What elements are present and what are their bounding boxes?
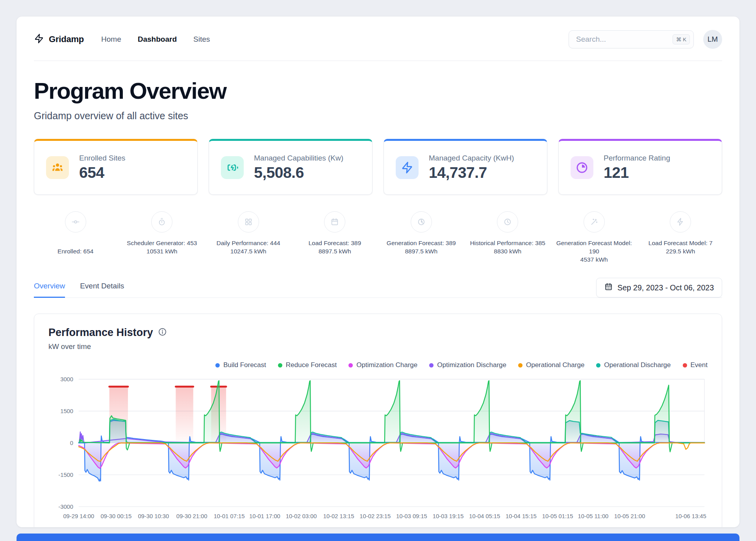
users-icon: [46, 156, 69, 179]
pie-icon: [411, 211, 432, 233]
page-subtitle: Gridamp overview of all active sites: [34, 110, 722, 122]
svg-text:09-30 10:30: 09-30 10:30: [138, 513, 169, 519]
svg-text:10-02 23:15: 10-02 23:15: [359, 513, 391, 519]
calendar-icon: [324, 211, 345, 233]
page: Gridamp Home Dashboard Sites ⌘ K LM Prog…: [0, 0, 756, 541]
metric-load-forecast: Load Forecast: 3898897.5 kWh: [293, 211, 377, 264]
svg-text:10-01 07:15: 10-01 07:15: [214, 513, 245, 519]
metric-generation-forecast-model: Generation Forecast Model: 1904537 kWh: [552, 211, 636, 264]
metric-line1: Daily Performance: 444: [207, 239, 290, 247]
stat-value: 121: [604, 164, 670, 181]
metric-line1: Generation Forecast Model: 190: [552, 239, 636, 255]
legend-dot: [348, 363, 353, 367]
stat-cards: Enrolled Sites 654 Managed Capabilities …: [34, 139, 722, 195]
metric-daily-performance: Daily Performance: 44410247.5 kWh: [207, 211, 290, 264]
svg-text:-1500: -1500: [58, 472, 73, 478]
metric-historical-performance: Historical Performance: 3858830 kWh: [466, 211, 550, 264]
metric-generation-forecast: Generation Forecast: 3898897.5 kWh: [380, 211, 463, 264]
pie-chart-icon: [571, 156, 593, 179]
search-shortcut-kbd: ⌘ K: [673, 34, 690, 44]
svg-text:09-29 14:00: 09-29 14:00: [63, 513, 94, 519]
nav-item-sites[interactable]: Sites: [193, 35, 210, 44]
tab-overview[interactable]: Overview: [34, 282, 65, 298]
stat-label: Managed Capacity (KwH): [429, 154, 514, 162]
metric-line2: Enrolled: 654: [34, 247, 117, 255]
header: Gridamp Home Dashboard Sites ⌘ K LM: [34, 17, 722, 61]
legend-item[interactable]: Operational Charge: [518, 361, 584, 369]
date-range-label: Sep 29, 2023 - Oct 06, 2023: [617, 283, 714, 292]
page-title: Program Overview: [34, 78, 722, 104]
bottom-next-section-bar: [17, 534, 739, 541]
legend-item[interactable]: Optimization Charge: [348, 361, 417, 369]
metric-line1: Historical Performance: 385: [466, 239, 550, 247]
stat-label: Enrolled Sites: [79, 154, 125, 162]
svg-text:10-03 19:15: 10-03 19:15: [433, 513, 464, 519]
svg-text:09-30 00:15: 09-30 00:15: [100, 513, 132, 519]
legend-dot: [278, 363, 282, 367]
commit-icon: [65, 211, 86, 233]
metric-enrolled: Enrolled: 654: [34, 211, 117, 264]
svg-text:10-05 21:00: 10-05 21:00: [614, 513, 645, 519]
metric-line2: 8897.5 kWh: [380, 247, 463, 255]
svg-text:-3000: -3000: [58, 504, 73, 510]
metric-line1: Load Forecast: 389: [293, 239, 377, 247]
history-clock-icon: [497, 211, 518, 233]
search-input[interactable]: [576, 35, 673, 44]
brand[interactable]: Gridamp: [34, 33, 84, 46]
svg-text:10-04 05:15: 10-04 05:15: [469, 513, 500, 519]
date-range-button[interactable]: Sep 29, 2023 - Oct 06, 2023: [596, 278, 722, 297]
svg-text:10-02 13:15: 10-02 13:15: [323, 513, 354, 519]
info-icon[interactable]: [158, 327, 167, 338]
calendar-icon: [604, 283, 613, 293]
metrics-row: Enrolled: 654 Scheduler Generator: 45310…: [34, 211, 722, 264]
nav-item-home[interactable]: Home: [101, 35, 121, 44]
main-card: Gridamp Home Dashboard Sites ⌘ K LM Prog…: [17, 17, 739, 527]
metric-scheduler-generator: Scheduler Generator: 45310531 kWh: [120, 211, 204, 264]
legend-dot: [518, 363, 523, 367]
grid-icon: [238, 211, 259, 233]
metric-load-forecast-model: Load Forecast Model: 7229.5 kWh: [639, 211, 723, 264]
chart-title: Performance History: [48, 327, 153, 339]
metric-line1: Load Forecast Model: 7: [639, 239, 723, 247]
svg-text:09-30 21:00: 09-30 21:00: [176, 513, 208, 519]
metric-line2: 4537 kWh: [552, 255, 636, 264]
legend-dot: [429, 363, 434, 367]
chart-canvas[interactable]: 300015000-1500-300009-29 14:0009-30 00:1…: [48, 373, 708, 527]
legend-label: Optimization Discharge: [437, 361, 506, 369]
stat-value: 5,508.6: [254, 164, 343, 181]
zap-icon: [670, 211, 691, 233]
legend-item[interactable]: Optimization Discharge: [429, 361, 506, 369]
legend-label: Operational Charge: [526, 361, 584, 369]
legend-item[interactable]: Build Forecast: [215, 361, 266, 369]
stat-value: 654: [79, 164, 125, 181]
metric-line2: 10247.5 kWh: [207, 247, 290, 255]
svg-text:10-02 03:00: 10-02 03:00: [286, 513, 317, 519]
legend-item[interactable]: Operational Discharge: [596, 361, 671, 369]
svg-text:10-03 09:15: 10-03 09:15: [396, 513, 427, 519]
metric-line1: Scheduler Generator: 453: [120, 239, 204, 247]
metric-line2: 8897.5 kWh: [293, 247, 377, 255]
stat-value: 14,737.7: [429, 164, 514, 181]
legend-dot: [683, 363, 687, 367]
avatar[interactable]: LM: [703, 30, 722, 49]
metric-line1: Generation Forecast: 389: [380, 239, 463, 247]
legend-label: Event: [691, 361, 708, 369]
search-box[interactable]: ⌘ K: [569, 30, 694, 48]
wand-icon: [584, 211, 605, 233]
stat-card-performance-rating: Performance Rating 121: [558, 139, 722, 195]
legend-dot: [215, 363, 220, 367]
header-right: ⌘ K LM: [569, 30, 722, 49]
svg-text:10-06 13:45: 10-06 13:45: [675, 513, 706, 519]
legend-item[interactable]: Reduce Forecast: [278, 361, 337, 369]
stat-card-enrolled-sites: Enrolled Sites 654: [34, 139, 198, 195]
metric-line2: 229.5 kWh: [639, 247, 723, 255]
chart-legend: Build ForecastReduce ForecastOptimizatio…: [48, 361, 708, 369]
nav-item-dashboard[interactable]: Dashboard: [138, 35, 177, 44]
tabs-row: Overview Event Details Sep 29, 2023 - Oc…: [34, 282, 722, 298]
nav: Home Dashboard Sites: [101, 35, 210, 44]
legend-item[interactable]: Event: [683, 361, 708, 369]
tab-event-details[interactable]: Event Details: [80, 282, 124, 298]
legend-label: Optimization Charge: [356, 361, 417, 369]
performance-history-card: Performance History kW over time Build F…: [34, 314, 722, 527]
bolt-logo-icon: [34, 33, 44, 46]
